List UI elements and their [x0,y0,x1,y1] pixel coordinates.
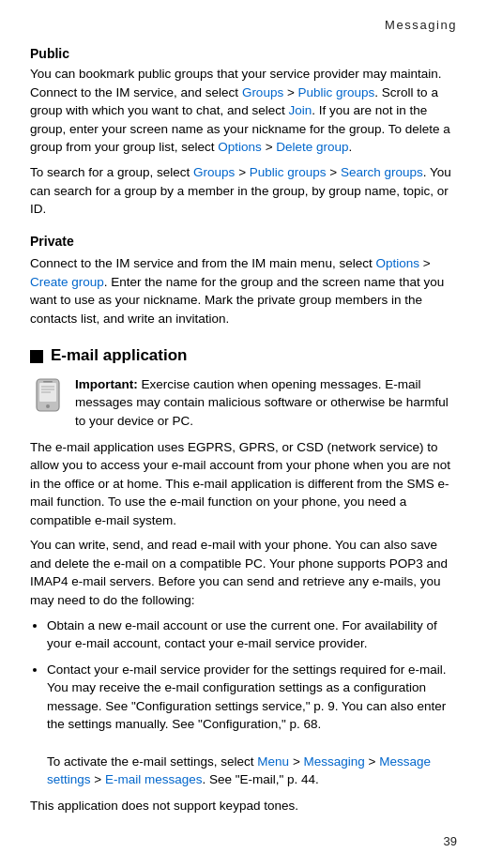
public-para-2: To search for a group, select Groups > P… [30,163,457,219]
private-para-1: Connect to the IM service and from the I… [30,254,457,327]
private-heading: Private [30,232,457,251]
email-body-para-2: You can write, send, and read e-mail wit… [30,536,457,609]
warning-icon [30,375,66,419]
warning-bold: Important: [75,377,138,391]
page-header: Messaging [30,17,457,35]
search-groups-link[interactable]: Search groups [341,165,423,179]
email-body-para-1: The e-mail application uses EGPRS, GPRS,… [30,438,457,530]
bullet-item-1: Obtain a new e-mail account or use the c… [47,617,457,653]
footer-text: This application does not support keypad… [30,797,457,815]
public-heading: Public [30,44,457,63]
svg-point-2 [46,404,50,408]
public-groups-link-1[interactable]: Public groups [298,85,375,99]
public-groups-link-2[interactable]: Public groups [250,165,327,179]
section-square [30,350,43,363]
options-link-2[interactable]: Options [375,256,419,270]
groups-link-2[interactable]: Groups [193,165,235,179]
bullet-item-2: Contact your e-mail service provider for… [47,661,457,789]
warning-text: Important: Exercise caution when opening… [75,375,457,431]
page: Messaging Public You can bookmark public… [0,0,487,868]
messaging-link[interactable]: Messaging [304,754,365,769]
create-group-link[interactable]: Create group [30,275,104,289]
menu-link[interactable]: Menu [257,754,289,769]
warning-box: Important: Exercise caution when opening… [30,375,457,431]
header-title: Messaging [385,18,457,32]
page-number: 39 [444,833,457,851]
groups-link-1[interactable]: Groups [242,85,283,99]
join-link[interactable]: Join [288,103,312,117]
email-messages-link[interactable]: E-mail messages [105,772,203,786]
email-section-heading: E-mail application [30,344,457,368]
options-link-1[interactable]: Options [218,140,262,154]
bullet-list: Obtain a new e-mail account or use the c… [47,617,457,789]
delete-group-link[interactable]: Delete group [276,140,348,154]
svg-rect-3 [43,381,53,383]
public-para-1: You can bookmark public groups that your… [30,65,457,157]
email-heading-text: E-mail application [51,344,187,368]
